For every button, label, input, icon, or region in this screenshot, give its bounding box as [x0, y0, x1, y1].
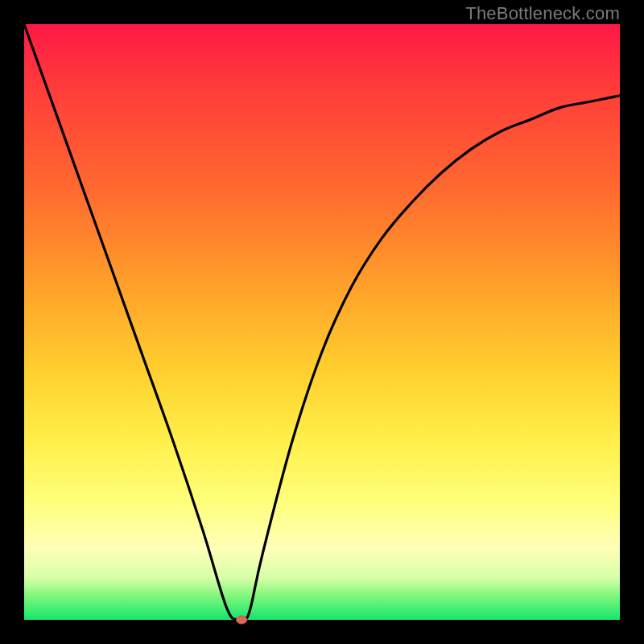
minimum-marker — [237, 616, 247, 624]
curve-svg — [24, 24, 620, 620]
watermark-text: TheBottleneck.com — [465, 3, 620, 24]
plot-area — [24, 24, 620, 620]
bottleneck-curve-line — [24, 24, 620, 621]
chart-frame: TheBottleneck.com — [0, 0, 644, 644]
